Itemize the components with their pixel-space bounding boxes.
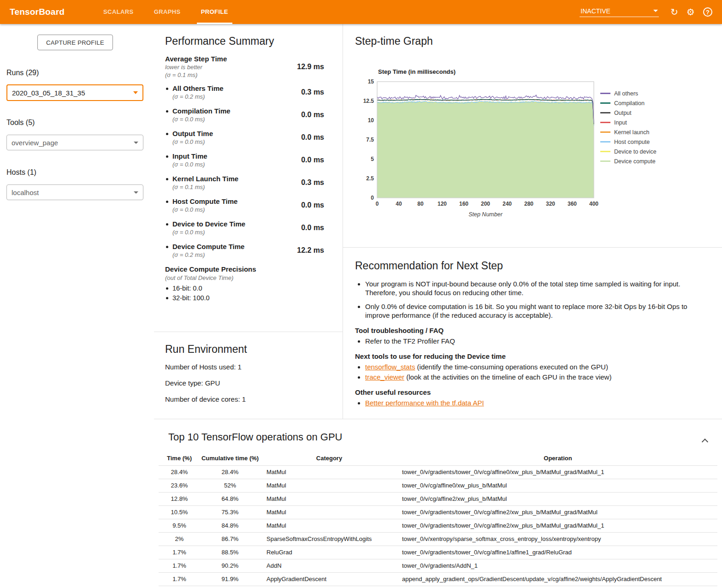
- rec-link[interactable]: trace_viewer: [365, 373, 404, 381]
- legend-swatch: [600, 131, 610, 133]
- perf-metric-label: Host Compute Time: [172, 197, 237, 205]
- runs-label: Runs (29): [6, 69, 39, 77]
- perf-metric-sigma: (σ = 0.1 ms): [172, 184, 238, 190]
- ops-table-row: 1.7% 91.9% ApplyGradientDescent append_a…: [159, 572, 717, 586]
- perf-items: All Others Time (σ = 0.2 ms) 0.3 ms Comp…: [165, 84, 343, 258]
- legend-swatch: [600, 102, 610, 104]
- hosts-select[interactable]: localhost: [6, 184, 143, 200]
- env-lines: Number of Hosts used: 1Device type: GPUN…: [165, 363, 343, 403]
- legend-label: All others: [614, 90, 638, 97]
- bullet-icon: [166, 133, 168, 135]
- legend-label: Device compute: [614, 158, 656, 165]
- chevron-up-icon: [702, 439, 708, 445]
- capture-profile-button[interactable]: CAPTURE PROFILE: [37, 35, 113, 50]
- chart-wrap: Step Time (in milliseconds) 02.557.51012…: [357, 68, 606, 221]
- ops-table-row: 28.4% 28.4% MatMul tower_0/v/gradients/t…: [159, 465, 717, 479]
- perf-metric-sigma: (σ = 0.2 ms): [172, 251, 244, 258]
- svg-text:360: 360: [568, 201, 577, 207]
- svg-text:5: 5: [371, 156, 374, 162]
- perf-metric-sigma: (σ = 0.2 ms): [172, 93, 224, 100]
- rec-bullets: Your program is NOT input-bound because …: [355, 279, 709, 320]
- help-icon[interactable]: ?: [703, 7, 712, 17]
- step-time-graph-card: Step-time Graph Step Time (in millisecon…: [343, 24, 722, 248]
- env-line: Number of Hosts used: 1: [165, 363, 343, 371]
- rec-link[interactable]: tensorflow_stats: [365, 363, 415, 371]
- recommendation-title: Recommendation for Next Step: [355, 260, 709, 272]
- ops-col-header: Operation: [398, 451, 717, 465]
- settings-icon[interactable]: ⚙: [686, 7, 695, 17]
- perf-metric-value: 0.0 ms: [301, 111, 324, 119]
- bullet-icon: [166, 297, 168, 299]
- ops-table-body: 28.4% 28.4% MatMul tower_0/v/gradients/t…: [159, 465, 717, 586]
- bullet-icon: [166, 201, 168, 203]
- collapse-section-button[interactable]: [699, 434, 711, 446]
- legend-label: Host compute: [614, 139, 650, 145]
- perf-metric-label: Device to Device Time: [172, 220, 245, 228]
- rec-section-item: Refer to the TF2 Profiler FAQ: [365, 337, 709, 345]
- chart-legend: All others Compilation Output Input Kern…: [600, 89, 657, 166]
- tab-graphs[interactable]: GRAPHS: [150, 0, 185, 24]
- perf-metric-label: All Others Time: [172, 84, 224, 92]
- rec-section-list: Refer to the TF2 Profiler FAQ: [355, 337, 709, 345]
- step-time-graph-title: Step-time Graph: [355, 35, 722, 48]
- tools-select-value: overview_page: [12, 139, 58, 147]
- svg-text:10: 10: [368, 117, 374, 124]
- step-time-chart: 02.557.51012.515040801201602002402803203…: [357, 79, 606, 220]
- svg-text:280: 280: [524, 201, 533, 207]
- legend-label: Output: [614, 110, 632, 116]
- precision-item: 16-bit: 0.0: [165, 285, 343, 292]
- runs-select[interactable]: 2020_03_05_18_31_35: [6, 84, 143, 101]
- refresh-icon[interactable]: ↻: [670, 7, 678, 17]
- average-step-time-sigma: (σ = 0.1 ms): [165, 71, 227, 78]
- svg-text:200: 200: [481, 201, 490, 207]
- run-environment-card: Run Environment Number of Hosts used: 1D…: [154, 332, 343, 419]
- tab-profile[interactable]: PROFILE: [197, 0, 232, 24]
- perf-metric-row: Output Time (σ = 0.0 ms) 0.0 ms: [165, 130, 343, 145]
- top-ops-card: Top 10 TensorFlow operations on GPU Time…: [154, 419, 722, 588]
- top-ops-title: Top 10 TensorFlow operations on GPU: [168, 431, 722, 443]
- top-ops-table: Time (%)Cumulative time (%)CategoryOpera…: [159, 451, 717, 586]
- legend-swatch: [600, 141, 610, 143]
- svg-text:160: 160: [459, 201, 468, 207]
- legend-item: Device compute: [600, 156, 657, 166]
- perf-metric-label: Output Time: [172, 130, 213, 137]
- rec-link[interactable]: Better performance with the tf.data API: [365, 399, 484, 407]
- svg-text:120: 120: [438, 201, 447, 207]
- nav-tabs: SCALARSGRAPHSPROFILE: [93, 0, 238, 24]
- legend-item: Device to device: [600, 147, 657, 156]
- bullet-icon: [166, 246, 168, 248]
- rec-section-heading: Tool troubleshooting / FAQ: [355, 327, 709, 334]
- perf-metric-value: 0.0 ms: [301, 156, 324, 164]
- tools-select[interactable]: overview_page: [6, 135, 143, 150]
- rec-section-list: tensorflow_stats (identify the time-cons…: [355, 362, 709, 381]
- perf-metric-value: 0.0 ms: [301, 201, 324, 209]
- average-step-time-label: Average Step Time: [165, 55, 227, 63]
- perf-metric-row: Compilation Time (σ = 0.0 ms) 0.0 ms: [165, 107, 343, 123]
- rec-section-item: Better performance with the tf.data API: [365, 398, 709, 407]
- svg-text:Step Number: Step Number: [468, 211, 503, 218]
- ops-table-row: 10.5% 75.3% MatMul tower_0/v/gradients/t…: [159, 505, 717, 519]
- recommendation-card: Recommendation for Next Step Your progra…: [343, 248, 722, 419]
- perf-metric-sigma: (σ = 0.0 ms): [172, 229, 245, 236]
- legend-label: Device to device: [614, 148, 657, 155]
- hosts-label: Hosts (1): [6, 168, 36, 177]
- ops-col-header: Cumulative time (%): [200, 451, 260, 465]
- status-dropdown[interactable]: INACTIVE: [580, 7, 659, 17]
- env-line: Number of device cores: 1: [165, 395, 343, 403]
- legend-swatch: [600, 93, 610, 94]
- runs-select-value: 2020_03_05_18_31_35: [12, 89, 85, 97]
- tab-scalars[interactable]: SCALARS: [99, 0, 138, 24]
- legend-item: All others: [600, 89, 657, 98]
- precision-items: 16-bit: 0.0 32-bit: 100.0: [165, 285, 343, 302]
- average-step-time-value: 12.9 ms: [297, 63, 324, 71]
- bullet-icon: [166, 88, 168, 90]
- ops-table-row: 23.6% 52% MatMul tower_0/v/cg/affine0/xw…: [159, 479, 717, 492]
- rec-section-item: tensorflow_stats (identify the time-cons…: [365, 362, 709, 371]
- ops-table-head: Time (%)Cumulative time (%)CategoryOpera…: [159, 451, 717, 465]
- svg-text:40: 40: [396, 201, 402, 207]
- perf-metric-label: Compilation Time: [172, 107, 231, 115]
- svg-text:320: 320: [546, 201, 555, 207]
- perf-metric-label: Device Compute Time: [172, 243, 244, 250]
- chart-title: Step Time (in milliseconds): [378, 68, 606, 75]
- svg-text:12.5: 12.5: [363, 98, 374, 104]
